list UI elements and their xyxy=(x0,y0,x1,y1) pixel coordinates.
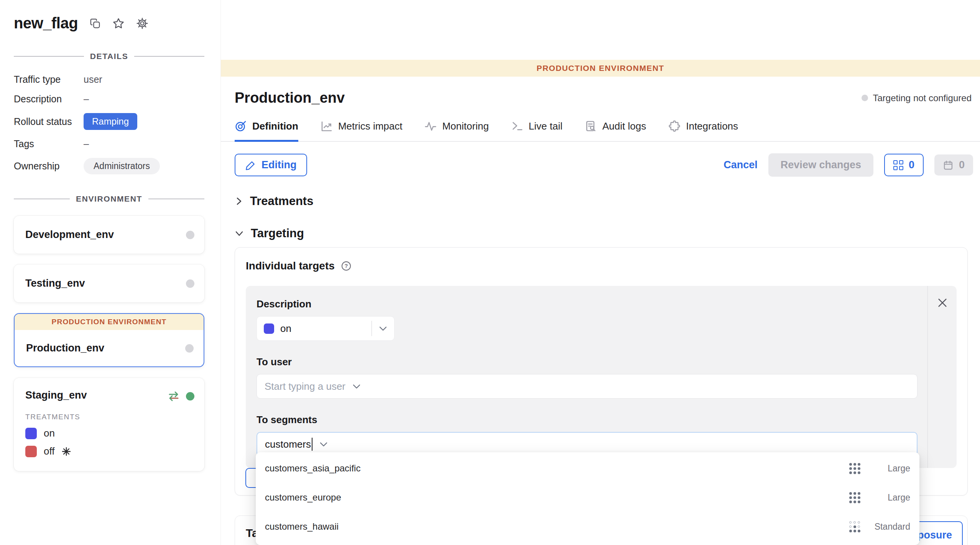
env-name: Testing_env xyxy=(25,277,193,289)
to-user-placeholder: Start typing a user xyxy=(265,381,345,392)
treatment-select[interactable]: on xyxy=(257,316,395,341)
tab-live-tail[interactable]: Live tail xyxy=(511,120,562,142)
details-panel: Traffic type user Description – Rollout … xyxy=(14,74,204,174)
production-environment-strip: PRODUCTION ENVIRONMENT xyxy=(15,314,204,330)
env-name: Staging_env xyxy=(25,389,87,401)
status-dot-icon xyxy=(862,95,868,101)
treatments-label: TREATMENTS xyxy=(25,413,193,421)
segment-large-icon xyxy=(849,492,860,503)
to-user-label: To user xyxy=(257,356,918,368)
copy-icon[interactable] xyxy=(89,18,101,29)
chevron-right-icon xyxy=(235,197,243,206)
description-value: – xyxy=(84,94,204,105)
targeting-status-text: Targeting not configured xyxy=(873,93,972,103)
tags-value: – xyxy=(84,138,204,149)
tab-definition[interactable]: Definition xyxy=(235,120,298,142)
grid-icon xyxy=(893,160,903,170)
toolbar: Editing Cancel Review changes 0 0 xyxy=(221,142,980,177)
env-status-dot xyxy=(186,279,194,288)
tab-integrations[interactable]: Integrations xyxy=(668,120,738,142)
env-status-dot xyxy=(185,344,194,353)
default-treatment-asterisk-icon xyxy=(61,447,71,456)
targeting-section-toggle[interactable]: Targeting xyxy=(221,227,980,240)
chevron-down-icon[interactable] xyxy=(372,326,394,331)
cancel-link[interactable]: Cancel xyxy=(723,159,758,171)
sync-arrows-icon xyxy=(167,390,181,402)
treatment-off-swatch xyxy=(25,446,37,457)
editing-button[interactable]: Editing xyxy=(235,154,307,176)
details-heading: DETAILS xyxy=(14,52,204,61)
treatment-on-label: on xyxy=(44,427,55,439)
description-field-label: Description xyxy=(257,298,918,310)
tab-monitoring[interactable]: Monitoring xyxy=(424,120,488,142)
tab-audit-logs[interactable]: Audit logs xyxy=(585,120,646,142)
svg-text:?: ? xyxy=(344,263,348,269)
treatment-off-label: off xyxy=(44,445,54,457)
env-name: Development_env xyxy=(25,229,193,241)
flag-name: new_flag xyxy=(14,15,78,32)
sidebar: new_flag DETAILS Traffic type user Descr… xyxy=(0,0,220,545)
segment-option-customers-asia-pacific[interactable]: customers_asia_pacific Large xyxy=(256,454,919,483)
environment-heading: ENVIRONMENT xyxy=(14,194,204,204)
pending-changes-button[interactable]: 0 xyxy=(884,154,924,176)
chevron-down-icon xyxy=(235,229,244,238)
segments-suggestion-dropdown: customers_asia_pacific Large customers_e… xyxy=(256,452,919,545)
env-active-dot xyxy=(186,392,194,401)
env-card-testing[interactable]: Testing_env xyxy=(14,264,204,302)
chevron-down-icon[interactable] xyxy=(312,442,335,447)
treatment-select-value: on xyxy=(280,323,291,335)
calendar-icon xyxy=(943,160,954,171)
env-status-dot xyxy=(186,231,194,239)
treatment-color-swatch xyxy=(264,323,274,334)
tags-label: Tags xyxy=(14,138,84,149)
env-card-staging[interactable]: Staging_env TREATMENTS on off xyxy=(14,378,204,471)
close-icon[interactable] xyxy=(935,295,950,310)
review-changes-button[interactable]: Review changes xyxy=(768,153,873,177)
segment-option-customers-europe[interactable]: customers_europe Large xyxy=(256,483,919,512)
tab-metrics-impact[interactable]: Metrics impact xyxy=(321,120,403,142)
segment-standard-icon xyxy=(849,521,860,532)
production-environment-banner: PRODUCTION ENVIRONMENT xyxy=(221,60,980,77)
env-name: Production_env xyxy=(26,342,192,354)
main-content: PRODUCTION ENVIRONMENT Production_env Ta… xyxy=(220,0,980,545)
targeting-status: Targeting not configured xyxy=(862,93,972,103)
individual-targets-heading: Individual targets xyxy=(246,260,335,272)
gear-icon[interactable] xyxy=(136,17,148,30)
treatment-on-swatch xyxy=(25,428,37,439)
ownership-pill[interactable]: Administrators xyxy=(84,158,160,174)
segment-size-label: Standard xyxy=(868,522,910,532)
individual-target-rule-card: Description on To user Start ty xyxy=(246,286,957,468)
chevron-down-icon[interactable] xyxy=(345,384,368,389)
env-card-development[interactable]: Development_env xyxy=(14,216,204,254)
to-segments-label: To segments xyxy=(257,414,918,426)
environment-title: Production_env xyxy=(235,90,345,106)
to-user-input[interactable]: Start typing a user xyxy=(257,374,918,399)
page: new_flag DETAILS Traffic type user Descr… xyxy=(0,0,980,545)
pencil-icon xyxy=(245,160,256,171)
env-card-production[interactable]: PRODUCTION ENVIRONMENT Production_env xyxy=(14,313,204,367)
description-label: Description xyxy=(14,94,84,105)
help-icon[interactable]: ? xyxy=(341,261,352,271)
treatments-section-toggle[interactable]: Treatments xyxy=(221,194,980,208)
traffic-type-label: Traffic type xyxy=(14,74,84,85)
traffic-type-value: user xyxy=(84,74,204,85)
tab-bar: Definition Metrics impact Monitoring Liv… xyxy=(221,120,980,142)
to-segments-value: customers xyxy=(265,438,311,450)
segment-option-customers-hawaii[interactable]: customers_hawaii Standard xyxy=(256,512,919,541)
segment-size-label: Large xyxy=(868,463,910,474)
environment-list: Development_env Testing_env PRODUCTION E… xyxy=(14,216,204,471)
star-icon[interactable] xyxy=(112,17,125,30)
ownership-label: Ownership xyxy=(14,161,84,172)
segment-size-label: Large xyxy=(868,492,910,503)
flag-header: new_flag xyxy=(14,15,204,32)
scheduled-changes-button[interactable]: 0 xyxy=(934,154,973,176)
segment-large-icon xyxy=(849,463,860,474)
rollout-status-badge[interactable]: Ramping xyxy=(84,113,137,130)
rollout-status-label: Rollout status xyxy=(14,116,84,127)
